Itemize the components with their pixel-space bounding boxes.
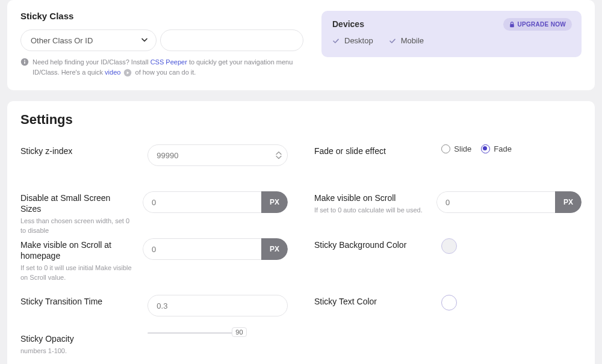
info-icon bbox=[20, 58, 29, 69]
sticky-class-title: Sticky Class bbox=[20, 11, 303, 21]
setting-bg-color: Sticky Background Color bbox=[314, 238, 582, 295]
opacity-sub: numbers 1-100. bbox=[20, 347, 138, 356]
visible-home-input[interactable] bbox=[143, 238, 261, 260]
css-peeper-link[interactable]: CSS Peeper bbox=[150, 58, 187, 66]
video-link[interactable]: video bbox=[105, 69, 120, 76]
zindex-label: Sticky z-index bbox=[20, 146, 138, 156]
visible-scroll-input[interactable] bbox=[436, 191, 555, 213]
bg-color-label: Sticky Background Color bbox=[314, 239, 432, 250]
settings-title: Settings bbox=[20, 112, 582, 128]
text-color-picker[interactable] bbox=[441, 295, 457, 310]
disable-small-input[interactable] bbox=[143, 191, 261, 213]
setting-effect: Fade or slide effect Slide Fade bbox=[314, 144, 582, 191]
effect-fade-radio[interactable]: Fade bbox=[481, 144, 512, 153]
transition-label: Sticky Transition Time bbox=[20, 296, 138, 307]
disable-small-label: Disable at Small Screen Sizes bbox=[20, 193, 133, 214]
opacity-slider[interactable]: 90 bbox=[147, 332, 288, 334]
devices-panel: Devices UPGRADE NOW Desktop bbox=[321, 11, 582, 57]
visible-scroll-label: Make visible on Scroll bbox=[314, 193, 427, 203]
lock-icon bbox=[509, 22, 515, 28]
setting-opacity: Sticky Opacity numbers 1-100. 90 bbox=[20, 332, 288, 363]
setting-transition: Sticky Transition Time bbox=[20, 295, 288, 332]
effect-slide-radio[interactable]: Slide bbox=[441, 144, 471, 153]
effect-label: Fade or slide effect bbox=[314, 146, 432, 156]
visible-home-sub: If set to 0 it will use initial Make vis… bbox=[20, 264, 133, 282]
svg-point-2 bbox=[24, 60, 25, 61]
setting-text-color: Sticky Text Color bbox=[314, 295, 582, 332]
setting-visible-scroll: Make visible on Scroll If set to 0 auto … bbox=[314, 191, 582, 238]
settings-card: Settings Sticky z-index Fade or slide ef… bbox=[7, 101, 595, 364]
disable-small-sub: Less than chosen screen width, set 0 to … bbox=[20, 217, 133, 235]
sticky-class-section: Sticky Class Other Class Or ID Need help… bbox=[20, 11, 303, 77]
help-text: Need help finding your ID/Class? Install… bbox=[20, 57, 303, 77]
text-color-label: Sticky Text Color bbox=[314, 296, 432, 307]
check-icon bbox=[389, 37, 396, 45]
visible-scroll-sub: If set to 0 auto calculate will be used. bbox=[314, 206, 427, 215]
sticky-class-select[interactable]: Other Class Or ID bbox=[20, 29, 157, 51]
stepper-icon[interactable] bbox=[276, 152, 282, 159]
bg-color-picker[interactable] bbox=[441, 238, 457, 254]
mobile-check[interactable]: Mobile bbox=[389, 36, 424, 45]
visible-home-label: Make visible on Scroll at homepage bbox=[20, 239, 133, 261]
sticky-class-text-input[interactable] bbox=[160, 29, 303, 51]
opacity-value: 90 bbox=[232, 327, 246, 337]
transition-input[interactable] bbox=[147, 295, 288, 316]
opacity-label: Sticky Opacity bbox=[20, 333, 138, 344]
px-unit: PX bbox=[261, 238, 288, 260]
svg-rect-4 bbox=[510, 24, 515, 27]
upgrade-now-button[interactable]: UPGRADE NOW bbox=[503, 18, 572, 31]
setting-disable-small: Disable at Small Screen Sizes Less than … bbox=[20, 191, 288, 238]
svg-rect-1 bbox=[24, 61, 25, 64]
px-unit: PX bbox=[261, 191, 288, 213]
setting-visible-home: Make visible on Scroll at homepage If se… bbox=[20, 238, 288, 295]
zindex-input[interactable] bbox=[147, 144, 288, 166]
play-icon bbox=[123, 69, 132, 77]
setting-zindex: Sticky z-index bbox=[20, 144, 288, 191]
desktop-check[interactable]: Desktop bbox=[332, 36, 373, 45]
px-unit: PX bbox=[555, 191, 582, 213]
sticky-class-card: Sticky Class Other Class Or ID Need help… bbox=[7, 0, 595, 90]
check-icon bbox=[332, 37, 340, 45]
